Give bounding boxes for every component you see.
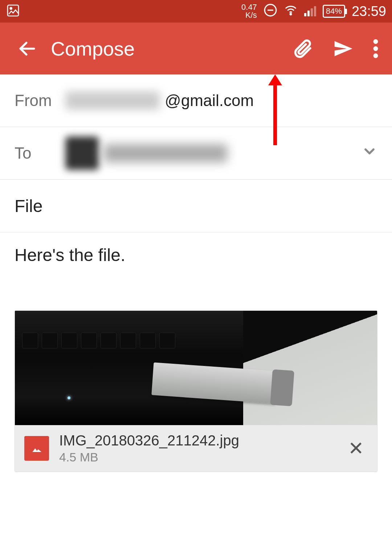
app-bar: Compose bbox=[0, 23, 392, 74]
attachment-size: 4.5 MB bbox=[59, 450, 334, 464]
to-label: To bbox=[15, 144, 65, 162]
battery-icon: 84% bbox=[323, 5, 345, 18]
net-speed-value: 0.47 bbox=[241, 3, 257, 11]
back-button[interactable] bbox=[7, 38, 47, 59]
send-button[interactable] bbox=[332, 37, 354, 60]
net-speed-unit: K/s bbox=[241, 11, 257, 19]
recipient-avatar-redacted bbox=[65, 137, 99, 170]
subject-field[interactable]: File bbox=[0, 180, 392, 232]
svg-point-8 bbox=[373, 53, 378, 58]
status-bar: 0.47 K/s 84% 23:59 bbox=[0, 0, 392, 23]
from-domain: @gmail.com bbox=[165, 91, 254, 110]
expand-recipients-icon[interactable] bbox=[362, 143, 377, 163]
remove-attachment-button[interactable]: ✕ bbox=[344, 437, 368, 459]
page-title: Compose bbox=[51, 37, 292, 60]
recipient-name-redacted bbox=[104, 144, 227, 162]
attachment-card[interactable]: IMG_20180326_211242.jpg 4.5 MB ✕ bbox=[15, 310, 377, 472]
svg-point-1 bbox=[10, 8, 12, 9]
body-text: Here's the file. bbox=[15, 245, 125, 265]
from-label: From bbox=[15, 91, 65, 110]
dnd-icon bbox=[264, 3, 277, 20]
image-notification-icon bbox=[6, 3, 20, 19]
network-speed: 0.47 K/s bbox=[241, 3, 257, 19]
svg-point-7 bbox=[373, 46, 378, 51]
photos-app-icon bbox=[24, 436, 49, 461]
svg-point-6 bbox=[373, 39, 378, 44]
svg-point-4 bbox=[290, 13, 291, 15]
more-menu-button[interactable] bbox=[373, 39, 378, 58]
from-user-redacted bbox=[65, 91, 160, 110]
subject-text: File bbox=[15, 196, 42, 216]
clock-time: 23:59 bbox=[352, 4, 386, 19]
attachment-filename: IMG_20180326_211242.jpg bbox=[59, 432, 334, 449]
signal-icon bbox=[304, 6, 316, 16]
to-row[interactable]: To bbox=[0, 127, 392, 180]
from-row[interactable]: From @gmail.com bbox=[0, 74, 392, 127]
body-field[interactable]: Here's the file. bbox=[0, 232, 392, 278]
battery-level: 84% bbox=[326, 7, 342, 16]
attachment-thumbnail bbox=[15, 311, 377, 425]
attach-button[interactable] bbox=[292, 38, 313, 59]
wifi-icon bbox=[284, 3, 298, 20]
